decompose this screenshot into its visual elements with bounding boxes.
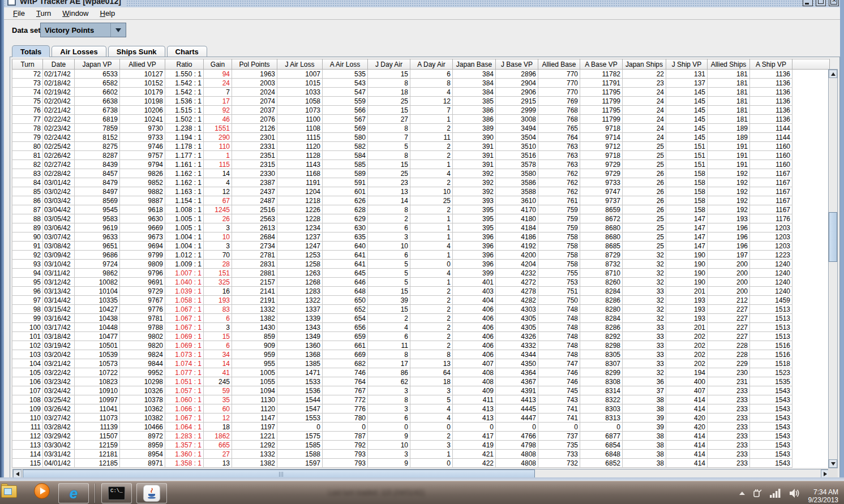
scroll-up-button[interactable] xyxy=(829,70,837,78)
window-icon xyxy=(7,0,16,6)
volume-icon[interactable] xyxy=(789,488,802,498)
table-row[interactable]: 7302/18/426582101521.542 : 1242003101554… xyxy=(12,79,830,88)
power-plug-icon[interactable] xyxy=(752,488,763,499)
table-row[interactable]: 9703/14/421033597671.058 : 1193219113226… xyxy=(12,296,830,305)
column-header-a-day-air[interactable]: A Day Air xyxy=(410,59,453,70)
table-row[interactable]: 11003/27/4211073103821.067 : 11211471553… xyxy=(12,413,830,423)
column-header-japan-ships[interactable]: Japan Ships xyxy=(623,59,666,70)
table-row[interactable]: 11103/28/4211139104661.064 : 11811970000… xyxy=(12,423,830,432)
table-row[interactable]: 10903/26/4211041103621.066 : 16011201547… xyxy=(12,404,830,413)
command-prompt-button[interactable]: C:\_ xyxy=(101,483,132,503)
table-row[interactable]: 11403/31/421218189541.360 : 127133215887… xyxy=(12,450,830,459)
internet-explorer-button[interactable]: e xyxy=(58,483,89,503)
horizontal-scroll-thumb[interactable] xyxy=(23,469,535,478)
table-row[interactable]: 8403/01/42847998521.162 : 14238711915912… xyxy=(12,178,830,187)
tab-ships-sunk[interactable]: Ships Sunk xyxy=(108,46,165,57)
table-row[interactable]: 8202/27/42843997941.161 : 11152315114358… xyxy=(12,160,830,169)
vertical-scrollbar[interactable] xyxy=(828,69,838,468)
table-row[interactable]: 10103/18/421047798021.069 : 115859134965… xyxy=(12,332,830,341)
table-row[interactable]: 10203/19/421050198201.069 : 169091360661… xyxy=(12,341,830,350)
column-header-j-day-air[interactable]: J Day Air xyxy=(368,59,410,70)
table-row[interactable]: 9603/13/421010497291.039 : 1162141128364… xyxy=(12,287,830,296)
column-header-turn[interactable]: Turn xyxy=(12,59,43,70)
table-row[interactable]: 11504/01/421218589711.358 : 113138215977… xyxy=(12,459,830,468)
column-header-allied-base[interactable]: Allied Base xyxy=(538,59,580,70)
table-row[interactable]: 10003/17/421044897881.067 : 131430134365… xyxy=(12,323,830,332)
menu-turn[interactable]: Turn xyxy=(32,8,55,19)
maximize-button[interactable] xyxy=(816,0,826,6)
app-window: WitP Tracker AE [wpae012] FileTurnWindow… xyxy=(4,0,840,477)
column-header-j-air-loss[interactable]: J Air Loss xyxy=(277,59,323,70)
table-row[interactable]: 9303/10/42972498091.009 : 12828311258641… xyxy=(12,260,830,269)
column-header-ratio[interactable]: Ratio xyxy=(165,59,204,70)
table-row[interactable]: 8102/26/42828797571.177 : 11235111285848… xyxy=(12,151,830,160)
column-header-allied-ships[interactable]: Allied Ships xyxy=(708,59,750,70)
table-row[interactable]: 8903/06/42961996691.005 : 13261312346306… xyxy=(12,223,830,232)
column-header-a-base-vp[interactable]: A Base VP xyxy=(580,59,623,70)
window-title: WitP Tracker AE [wpae012] xyxy=(20,0,121,6)
column-header-a-air-loss[interactable]: A Air Loss xyxy=(323,59,368,70)
column-header-japan-base[interactable]: Japan Base xyxy=(453,59,496,70)
table-row[interactable]: 8002/25/42827597461.178 : 11102331112058… xyxy=(12,142,830,151)
command-prompt-icon: C:\_ xyxy=(108,486,125,500)
tab-bar: TotalsAir LossesShips SunkCharts xyxy=(12,45,207,57)
table-row[interactable]: 7802/23/42785997301.238 : 11551212611085… xyxy=(12,124,830,133)
scroll-left-button[interactable] xyxy=(13,469,22,478)
table-row[interactable]: 9203/09/42968697991.012 : 17027811253641… xyxy=(12,251,830,260)
vertical-scroll-thumb[interactable] xyxy=(829,212,837,262)
table-row[interactable]: 10703/24/4210910103261.057 : 15910941536… xyxy=(12,386,830,395)
table-row[interactable]: 10303/20/421053998241.073 : 134959136866… xyxy=(12,350,830,359)
table-row[interactable]: 10403/21/421057398441.074 : 114955138568… xyxy=(12,359,830,368)
taskbar-clock[interactable]: 7:34 AM 9/23/2013 xyxy=(808,488,842,504)
table-row[interactable]: 8503/02/42849798821.163 : 11224371204601… xyxy=(12,187,830,196)
minimize-button[interactable] xyxy=(803,0,813,6)
table-row[interactable]: 7202/17/426533101271.550 : 1941963100753… xyxy=(12,70,830,79)
media-player-icon[interactable] xyxy=(34,483,50,499)
network-signal-icon[interactable] xyxy=(770,488,782,498)
tab-air-losses[interactable]: Air Losses xyxy=(52,46,106,57)
dataset-combobox[interactable]: Victory Points xyxy=(40,23,126,37)
column-header-a-ship-vp[interactable]: A Ship VP xyxy=(750,59,792,70)
column-header-japan-vp[interactable]: Japan VP xyxy=(75,59,120,70)
column-header-pol-points[interactable]: Pol Points xyxy=(232,59,277,70)
table-row[interactable]: 9903/16/421043897811.067 : 1613821339654… xyxy=(12,314,830,323)
table-row[interactable]: 8803/05/42958396301.005 : 12625631228629… xyxy=(12,214,830,223)
table-row[interactable]: 10503/22/421072299521.077 : 141100514717… xyxy=(12,368,830,377)
tab-totals[interactable]: Totals xyxy=(12,45,50,57)
table-row[interactable]: 8703/04/42954596181.008 : 11245251612266… xyxy=(12,205,830,214)
window-frame: WitP Tracker AE [wpae012] FileTurnWindow… xyxy=(0,0,844,481)
table-row[interactable]: 10803/25/4210997103781.060 : 13511301544… xyxy=(12,395,830,404)
column-header-j-base-vp[interactable]: J Base VP xyxy=(496,59,538,70)
table-row[interactable]: 7902/24/42815297331.194 : 12902301111558… xyxy=(12,133,830,142)
arrow-right-icon xyxy=(824,472,827,476)
table-row[interactable]: 9503/12/421008296911.040 : 1325215712686… xyxy=(12,278,830,287)
table-row[interactable]: 7602/21/426738102061.515 : 1922037107356… xyxy=(12,106,830,115)
hidden-icons-chevron-icon[interactable] xyxy=(739,492,745,495)
column-header-j-ship-vp[interactable]: J Ship VP xyxy=(666,59,708,70)
menu-window[interactable]: Window xyxy=(58,8,93,19)
column-header-allied-vp[interactable]: Allied VP xyxy=(120,59,165,70)
title-bar[interactable]: WitP Tracker AE [wpae012] xyxy=(4,0,840,7)
table-row[interactable]: 9403/11/42986297961.007 : 11512881126364… xyxy=(12,269,830,278)
menu-file[interactable]: File xyxy=(8,8,29,19)
column-header-gain[interactable]: Gain xyxy=(204,59,232,70)
table-row[interactable]: 11303/30/421215989591.357 : 166512921585… xyxy=(12,441,830,450)
combobox-arrow-button[interactable] xyxy=(110,23,126,37)
table-row[interactable]: 7502/20/426638101981.536 : 1172074105855… xyxy=(12,97,830,106)
folder-icon[interactable] xyxy=(1,484,18,498)
close-button[interactable] xyxy=(829,0,839,6)
table-row[interactable]: 11203/29/421150789721.283 : 118621221157… xyxy=(12,432,830,441)
table-row[interactable]: 8302/28/42845798261.162 : 11423301168589… xyxy=(12,169,830,178)
tab-charts[interactable]: Charts xyxy=(167,46,207,57)
table-row[interactable]: 9803/15/421042797761.067 : 1831332133765… xyxy=(12,305,830,314)
table-row[interactable]: 8603/03/42856998871.154 : 16724871218626… xyxy=(12,196,830,205)
table-row[interactable]: 10603/23/4210823102981.051 : 12451055153… xyxy=(12,377,830,386)
column-header-date[interactable]: Date xyxy=(43,59,75,70)
table-row[interactable]: 9103/08/42965196941.004 : 13273412476401… xyxy=(12,242,830,251)
menu-help[interactable]: Help xyxy=(95,8,119,19)
table-row[interactable]: 7402/19/426602101791.542 : 1720241033547… xyxy=(12,88,830,97)
scroll-down-button[interactable] xyxy=(829,459,837,468)
java-app-button[interactable] xyxy=(136,483,167,503)
table-row[interactable]: 9003/07/42963396731.004 : 11026841237635… xyxy=(12,232,830,242)
table-row[interactable]: 7702/22/426819102411.502 : 1462076110056… xyxy=(12,115,830,124)
